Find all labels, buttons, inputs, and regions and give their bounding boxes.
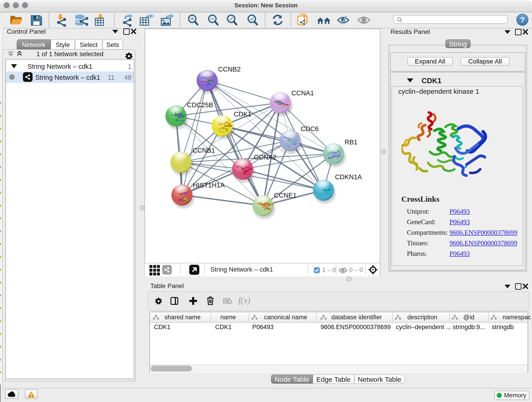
- svg-text:CCNA2: CCNA2: [254, 153, 276, 161]
- svg-text:CCNA1: CCNA1: [291, 89, 314, 97]
- svg-text:CDKN1A: CDKN1A: [335, 173, 362, 181]
- svg-text:CCNB2: CCNB2: [218, 65, 241, 73]
- svg-text:CDC6: CDC6: [301, 125, 319, 133]
- svg-text:CCNB1: CCNB1: [192, 147, 215, 154]
- svg-text:HIST1H1A: HIST1H1A: [193, 182, 225, 189]
- svg-text:CCNE1: CCNE1: [274, 191, 297, 199]
- svg-text:CDC25B: CDC25B: [187, 101, 213, 109]
- svg-text:RB1: RB1: [345, 138, 357, 146]
- svg-text:CDK1: CDK1: [234, 110, 251, 118]
